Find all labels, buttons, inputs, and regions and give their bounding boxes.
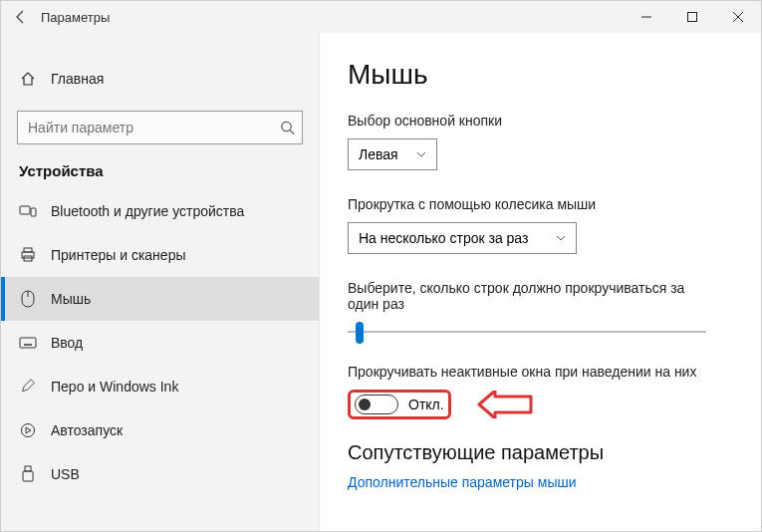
sidebar-item-label: Ввод [51,335,83,351]
svg-rect-13 [20,338,36,348]
sidebar-home-label: Главная [51,71,104,87]
chevron-down-icon [416,151,426,157]
annotation-arrow [477,391,533,418]
svg-point-4 [282,122,291,131]
slider-thumb[interactable] [356,322,364,344]
search-icon [280,121,295,135]
sidebar-item-label: Мышь [51,291,91,307]
autoplay-icon [19,422,37,438]
pen-icon [19,379,37,395]
svg-line-5 [290,131,294,134]
sidebar-item-bluetooth[interactable]: Bluetooth и другие устройства [1,189,319,233]
page-title: Мышь [348,59,733,91]
printer-icon [19,247,37,263]
sidebar-item-label: Принтеры и сканеры [51,247,185,263]
sidebar-item-typing[interactable]: Ввод [1,321,319,365]
back-button[interactable] [1,1,41,33]
sidebar-item-label: USB [51,466,80,482]
primary-button-label: Выбор основной кнопки [348,113,733,129]
mouse-icon [19,290,37,308]
primary-button-dropdown[interactable]: Левая [348,138,437,170]
home-icon [19,71,37,87]
svg-rect-20 [25,466,31,471]
search-box[interactable] [17,111,303,144]
toggle-state-label: Откл. [408,397,444,412]
dropdown-value: Левая [359,146,398,162]
close-button[interactable] [715,1,761,33]
window-title: Параметры [41,10,110,25]
sidebar: Главная Устройства Bluetooth и другие ус… [1,33,320,532]
usb-icon [19,465,37,483]
arrow-left-icon [13,9,29,25]
svg-rect-7 [31,208,36,216]
sidebar-item-label: Bluetooth и другие устройства [51,203,244,219]
minimize-button[interactable] [624,1,669,33]
sidebar-item-printers[interactable]: Принтеры и сканеры [1,233,319,277]
dropdown-value: На несколько строк за раз [359,230,528,246]
inactive-scroll-toggle[interactable] [355,395,398,414]
window-controls [624,1,761,33]
maximize-icon [687,12,697,22]
chevron-down-icon [556,235,566,241]
close-icon [733,12,743,22]
sidebar-item-pen[interactable]: Перо и Windows Ink [1,365,319,408]
sidebar-item-usb[interactable]: USB [1,452,319,496]
keyboard-icon [19,337,37,349]
main-content: Мышь Выбор основной кнопки Левая Прокрут… [320,33,761,532]
sidebar-item-home[interactable]: Главная [1,57,319,101]
minimize-icon [641,12,651,22]
sidebar-item-label: Автозапуск [51,422,123,438]
additional-mouse-options-link[interactable]: Дополнительные параметры мыши [348,474,733,490]
svg-rect-8 [24,248,32,252]
lines-to-scroll-label: Выберите, сколько строк должно прокручив… [348,280,706,312]
annotation-highlight: Откл. [348,390,451,419]
svg-point-19 [22,424,35,437]
related-settings-heading: Сопутствующие параметры [348,441,733,464]
titlebar: Параметры [1,1,761,33]
sidebar-item-label: Перо и Windows Ink [51,379,178,395]
sidebar-item-mouse[interactable]: Мышь [1,277,319,321]
maximize-button[interactable] [669,1,715,33]
search-input[interactable] [17,111,303,144]
lines-to-scroll-slider[interactable] [348,322,706,342]
inactive-scroll-label: Прокручивать неактивные окна при наведен… [348,364,733,380]
svg-rect-1 [688,13,697,22]
toggle-knob [359,399,371,410]
devices-icon [19,204,37,218]
sidebar-section-title: Устройства [1,162,319,189]
slider-track [348,331,706,333]
sidebar-item-autoplay[interactable]: Автозапуск [1,408,319,452]
scroll-mode-label: Прокрутка с помощью колесика мыши [348,196,733,212]
scroll-mode-dropdown[interactable]: На несколько строк за раз [348,222,577,254]
svg-rect-21 [23,471,33,481]
svg-rect-6 [20,206,30,214]
